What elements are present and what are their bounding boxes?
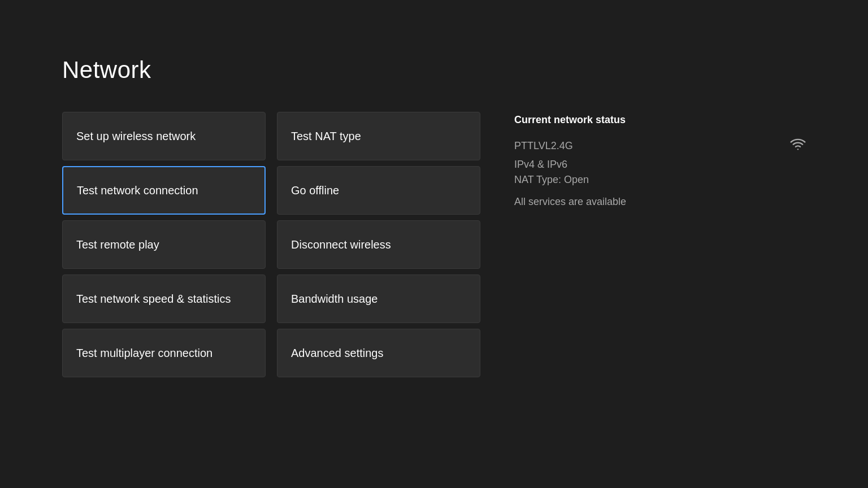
page-title: Network — [62, 56, 806, 84]
status-ssid-row: PTTLVL2.4G — [514, 136, 806, 155]
status-title: Current network status — [514, 114, 806, 126]
left-column: Set up wireless networkTest network conn… — [62, 112, 266, 377]
wifi-icon — [790, 136, 806, 155]
menu-item-test-network-connection[interactable]: Test network connection — [62, 166, 266, 215]
page-container: Network Set up wireless networkTest netw… — [0, 0, 868, 488]
menu-item-bandwidth-usage[interactable]: Bandwidth usage — [277, 274, 480, 323]
menu-item-advanced-settings[interactable]: Advanced settings — [277, 329, 480, 377]
columns-area: Set up wireless networkTest network conn… — [62, 112, 480, 377]
svg-point-0 — [797, 149, 798, 150]
menu-item-disconnect-wireless[interactable]: Disconnect wireless — [277, 220, 480, 269]
status-services: All services are available — [514, 196, 806, 208]
menu-item-test-multiplayer[interactable]: Test multiplayer connection — [62, 329, 266, 377]
menu-item-test-remote-play[interactable]: Test remote play — [62, 220, 266, 269]
menu-item-setup-wireless[interactable]: Set up wireless network — [62, 112, 266, 160]
status-ssid: PTTLVL2.4G — [514, 140, 573, 152]
menu-item-test-network-speed[interactable]: Test network speed & statistics — [62, 274, 266, 323]
right-column: Test NAT typeGo offlineDisconnect wirele… — [277, 112, 480, 377]
menu-item-go-offline[interactable]: Go offline — [277, 166, 480, 215]
menu-item-test-nat[interactable]: Test NAT type — [277, 112, 480, 160]
content-area: Set up wireless networkTest network conn… — [62, 112, 806, 377]
status-protocol: IPv4 & IPv6 — [514, 159, 806, 171]
status-nat-type: NAT Type: Open — [514, 174, 806, 186]
status-panel: Current network status PTTLVL2.4G IPv4 &… — [514, 112, 806, 377]
